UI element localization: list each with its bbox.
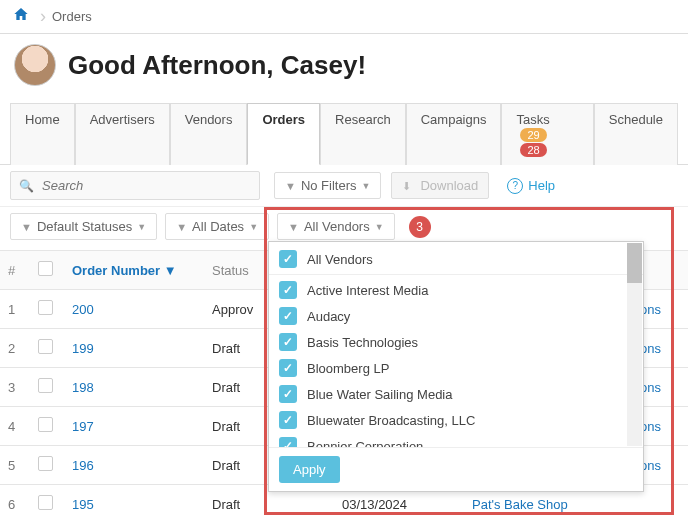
search-input-wrap[interactable] (10, 171, 260, 200)
row-checkbox-cell (30, 290, 64, 329)
tab-schedule[interactable]: Schedule (594, 103, 678, 165)
row-checkbox[interactable] (38, 300, 53, 315)
vendor-option-label: Bluewater Broadcasting, LLC (307, 413, 475, 428)
row-index: 4 (0, 407, 30, 446)
caret-icon: ▼ (362, 181, 371, 191)
vendor-option-label: Basis Technologies (307, 335, 418, 350)
order-link[interactable]: 198 (72, 380, 94, 395)
home-icon[interactable] (12, 6, 30, 27)
vendor-option[interactable]: ✓ Blue Water Sailing Media (269, 381, 643, 407)
row-index: 5 (0, 446, 30, 485)
vendor-option[interactable]: ✓ Bloomberg LP (269, 355, 643, 381)
toolbar-1: ▼ No Filters ▼ Download Help (0, 165, 688, 207)
col-order-number[interactable]: Order Number ▼ (64, 251, 204, 290)
search-icon (19, 178, 40, 193)
row-checkbox-cell (30, 329, 64, 368)
col-checkbox (30, 251, 64, 290)
all-dates-button[interactable]: ▼ All Dates ▼ (165, 213, 269, 240)
order-link[interactable]: 195 (72, 497, 94, 512)
row-checkbox-cell (30, 446, 64, 485)
tab-advertisers[interactable]: Advertisers (75, 103, 170, 165)
tab-tasks[interactable]: Tasks 29 28 (501, 103, 593, 165)
advertiser-link[interactable]: Pat's Bake Shop (472, 497, 568, 512)
row-index: 3 (0, 368, 30, 407)
row-order-number: 200 (64, 290, 204, 329)
select-all-checkbox[interactable] (38, 261, 53, 276)
download-button[interactable]: Download (391, 172, 489, 199)
caret-icon: ▼ (137, 222, 146, 232)
vendor-option-label: Audacy (307, 309, 350, 324)
all-vendors-button[interactable]: ▼ All Vendors ▼ (277, 213, 395, 240)
order-link[interactable]: 196 (72, 458, 94, 473)
caret-icon: ▼ (249, 222, 258, 232)
tab-home[interactable]: Home (10, 103, 75, 165)
vendor-option-label: Active Interest Media (307, 283, 428, 298)
breadcrumb: › Orders (0, 0, 688, 34)
vendor-option[interactable]: ✓ Bonnier Corporation (269, 433, 643, 447)
tasks-badge-1: 29 (520, 128, 546, 142)
vendor-option-all[interactable]: ✓ All Vendors (269, 246, 643, 275)
checkbox-checked-icon: ✓ (279, 385, 297, 403)
apply-button[interactable]: Apply (279, 456, 340, 483)
checkbox-checked-icon: ✓ (279, 333, 297, 351)
row-checkbox-cell (30, 485, 64, 518)
checkbox-checked-icon: ✓ (279, 411, 297, 429)
row-checkbox[interactable] (38, 417, 53, 432)
vendor-option[interactable]: ✓ Bluewater Broadcasting, LLC (269, 407, 643, 433)
search-input[interactable] (40, 177, 251, 194)
checkbox-checked-icon: ✓ (279, 437, 297, 447)
tab-orders[interactable]: Orders (247, 103, 320, 165)
avatar[interactable] (14, 44, 56, 86)
vendor-option[interactable]: ✓ Active Interest Media (269, 277, 643, 303)
vendor-dropdown-list[interactable]: ✓ All Vendors ✓ Active Interest Media ✓ … (269, 242, 643, 447)
col-index: # (0, 251, 30, 290)
filter-icon: ▼ (176, 221, 187, 233)
greeting-row: Good Afternoon, Casey! (0, 34, 688, 102)
vendor-option-label: Bonnier Corporation (307, 439, 423, 448)
row-order-number: 199 (64, 329, 204, 368)
row-checkbox[interactable] (38, 495, 53, 510)
all-dates-label: All Dates (192, 219, 244, 234)
all-vendors-label: All Vendors (304, 219, 370, 234)
chevron-right-icon: › (40, 6, 46, 27)
filter-icon: ▼ (285, 180, 296, 192)
filter-icon: ▼ (288, 221, 299, 233)
sort-icon: ▼ (164, 263, 177, 278)
checkbox-checked-icon: ✓ (279, 359, 297, 377)
tabs: Home Advertisers Vendors Orders Research… (0, 102, 688, 165)
vendor-option[interactable]: ✓ Basis Technologies (269, 329, 643, 355)
col-order-number-label: Order Number (72, 263, 160, 278)
row-order-number: 198 (64, 368, 204, 407)
row-order-number: 196 (64, 446, 204, 485)
download-label: Download (420, 178, 478, 193)
order-link[interactable]: 197 (72, 419, 94, 434)
caret-icon: ▼ (375, 222, 384, 232)
help-link[interactable]: Help (507, 177, 555, 194)
row-index: 1 (0, 290, 30, 329)
vendor-option[interactable]: ✓ Audacy (269, 303, 643, 329)
order-link[interactable]: 199 (72, 341, 94, 356)
row-checkbox[interactable] (38, 339, 53, 354)
tab-campaigns[interactable]: Campaigns (406, 103, 502, 165)
scrollbar-thumb[interactable] (627, 243, 642, 283)
tab-research[interactable]: Research (320, 103, 406, 165)
row-checkbox[interactable] (38, 378, 53, 393)
breadcrumb-current: Orders (52, 9, 92, 24)
page-title: Good Afternoon, Casey! (68, 50, 366, 81)
row-checkbox-cell (30, 407, 64, 446)
order-link[interactable]: 200 (72, 302, 94, 317)
default-statuses-label: Default Statuses (37, 219, 132, 234)
default-statuses-button[interactable]: ▼ Default Statuses ▼ (10, 213, 157, 240)
no-filters-button[interactable]: ▼ No Filters ▼ (274, 172, 381, 199)
step-badge: 3 (409, 216, 431, 238)
tab-vendors[interactable]: Vendors (170, 103, 248, 165)
row-index: 2 (0, 329, 30, 368)
row-order-number: 197 (64, 407, 204, 446)
vendor-dropdown-footer: Apply (269, 447, 643, 491)
tasks-badge-2: 28 (520, 143, 546, 157)
checkbox-checked-icon: ✓ (279, 307, 297, 325)
row-checkbox[interactable] (38, 456, 53, 471)
vendor-option-label: Blue Water Sailing Media (307, 387, 452, 402)
checkbox-checked-icon: ✓ (279, 250, 297, 268)
download-icon (402, 178, 415, 193)
